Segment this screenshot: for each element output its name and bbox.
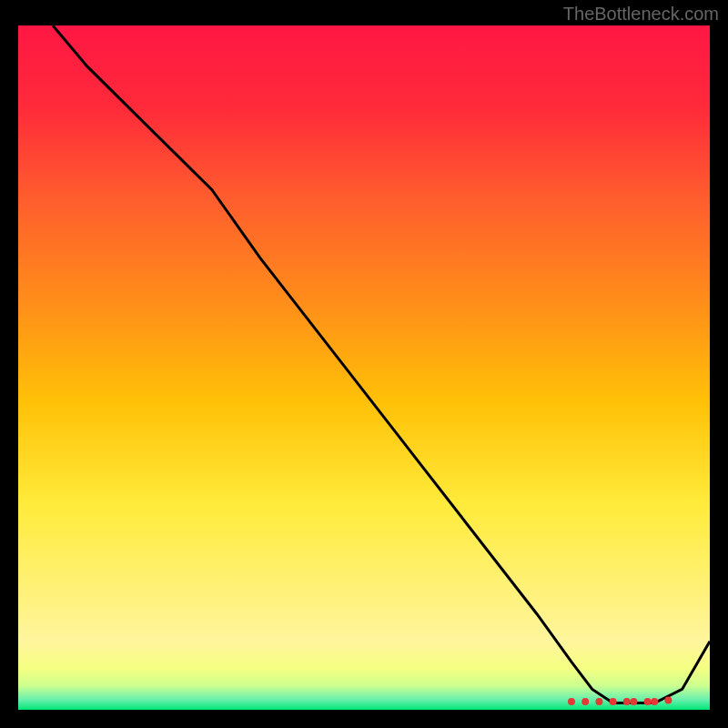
marker-dot [644, 698, 652, 705]
marker-dot [610, 698, 617, 705]
marker-dot [623, 698, 631, 705]
marker-dot [664, 696, 672, 703]
bottleneck-curve [53, 25, 710, 703]
marker-dot [651, 698, 658, 705]
marker-dot [581, 698, 589, 705]
chart-overlay [18, 25, 710, 710]
marker-dot [568, 698, 575, 705]
marker-dot [630, 698, 637, 705]
chart-plot-area [18, 25, 710, 710]
attribution-text: TheBottleneck.com [563, 4, 719, 25]
marker-dot [595, 698, 602, 705]
